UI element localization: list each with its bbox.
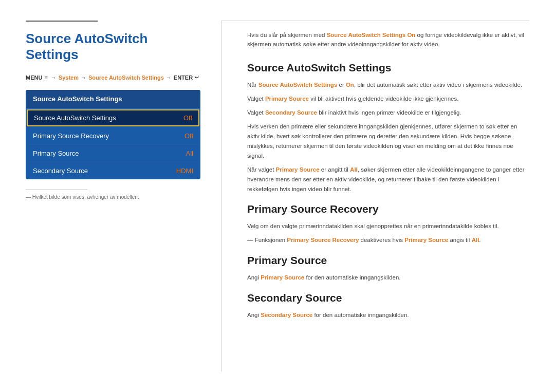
intro-text: Hvis du slår på skjermen med Source Auto…: [247, 30, 529, 49]
menu-item-value-2: All: [186, 150, 193, 157]
right-panel: Hvis du slår på skjermen med Source Auto…: [221, 21, 529, 371]
section-title-secondary-source: Secondary Source: [247, 292, 529, 304]
footnote-area: ― Hvilket bilde som vises, avhenger av m…: [26, 190, 200, 200]
enter-icon: ↵: [195, 74, 199, 81]
footnote-text: ― Hvilket bilde som vises, avhenger av m…: [26, 194, 200, 200]
menu-item-autoswitch[interactable]: Source AutoSwitch Settings Off: [27, 109, 199, 126]
menu-item-value-0: Off: [183, 114, 192, 122]
section-para-ss-1: Angi Secondary Source for den automatisk…: [247, 310, 529, 320]
section-para-2: Valget Primary Source vil bli aktivert h…: [247, 94, 529, 104]
rule-accent: [26, 21, 98, 22]
section-para-3: Valget Secondary Source blir inaktivt hv…: [247, 108, 529, 118]
menu-item-secondary-source[interactable]: Secondary Source HDMI: [26, 162, 200, 179]
arrow1: →: [51, 74, 57, 81]
enter-label: ENTER: [174, 74, 193, 81]
section-para-5: Når valget Primary Source er angitt til …: [247, 165, 529, 194]
section-title-primary-source: Primary Source: [247, 254, 529, 267]
section-para-recovery-2: ― Funksjonen Primary Source Recovery dea…: [247, 235, 529, 245]
section-para-1: Når Source AutoSwitch Settings er On, bl…: [247, 80, 529, 90]
section-para-ps-1: Angi Primary Source for den automatiske …: [247, 273, 529, 283]
arrow3: →: [166, 74, 172, 81]
menu-path: MENU ≡ → System → Source AutoSwitch Sett…: [26, 74, 200, 81]
system-label: System: [59, 74, 79, 81]
menu-item-value-3: HDMI: [176, 167, 193, 175]
menu-item-label-2: Primary Source: [33, 150, 79, 157]
page-title: Source AutoSwitch Settings: [26, 31, 200, 63]
section-para-recovery-1: Velg om den valgte primærinndatakilden s…: [247, 221, 529, 231]
menu-item-label-1: Primary Source Recovery: [33, 132, 109, 140]
footnote-rule: [26, 190, 87, 190]
menu-box: Source AutoSwitch Settings Source AutoSw…: [26, 90, 200, 179]
menu-item-primary-source[interactable]: Primary Source All: [26, 145, 200, 162]
section-title-autoswitch: Source AutoSwitch Settings: [247, 62, 529, 74]
section-title-primary-recovery: Primary Source Recovery: [247, 203, 529, 215]
menu-item-value-1: Off: [184, 132, 193, 140]
top-right-rule: [221, 21, 529, 21]
menu-item-label-3: Secondary Source: [33, 167, 88, 175]
menu-label: MENU: [26, 74, 42, 81]
menu-icon: ≡: [44, 74, 47, 81]
intro-bold: Source AutoSwitch Settings On: [327, 32, 416, 38]
menu-item-label-0: Source AutoSwitch Settings: [34, 114, 116, 122]
section-para-4: Hvis verken den primære eller sekundære …: [247, 122, 529, 161]
settings-label: Source AutoSwitch Settings: [88, 74, 164, 81]
arrow2: →: [81, 74, 86, 81]
menu-item-primary-recovery[interactable]: Primary Source Recovery Off: [26, 127, 200, 145]
left-panel: Source AutoSwitch Settings MENU ≡ → Syst…: [26, 21, 221, 371]
menu-box-title: Source AutoSwitch Settings: [26, 90, 200, 108]
